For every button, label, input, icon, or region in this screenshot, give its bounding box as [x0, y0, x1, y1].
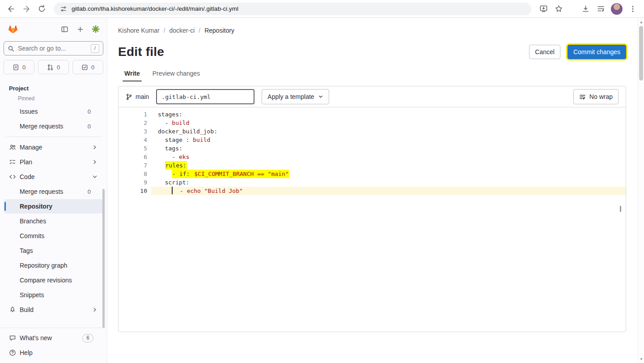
breadcrumb-item-repository[interactable]: Repository — [204, 27, 234, 34]
chevron-right-icon — [92, 159, 98, 165]
downloads-button[interactable] — [579, 2, 592, 16]
code-line-8[interactable]: 8 - if: $CI_COMMIT_BRANCH == "main" — [119, 170, 626, 178]
commit-changes-button[interactable]: Commit changes — [568, 45, 626, 59]
branch-icon — [126, 94, 132, 100]
code-line-6[interactable]: 6 - eks — [119, 153, 626, 161]
install-app-button[interactable] — [537, 2, 550, 16]
create-new-button[interactable] — [74, 23, 86, 35]
code-token — [158, 171, 172, 177]
page-scrollbar[interactable]: ▲ ▼ — [638, 18, 644, 363]
sidebar-item-code[interactable]: Code — [4, 170, 103, 184]
item-count-badge: 0 — [88, 188, 91, 195]
main-content: Kishore Kumar/docker-ci/Repository Edit … — [107, 18, 644, 363]
sidebar-item-compare-revisions[interactable]: Compare revisions — [4, 273, 103, 287]
scroll-down-arrow[interactable]: ▼ — [638, 356, 644, 362]
sidebar-item-repository[interactable]: Repository — [4, 199, 103, 214]
code-line-4[interactable]: 4 stage : build — [119, 136, 626, 144]
help-item[interactable]: Help — [4, 346, 103, 360]
code-line-9[interactable]: 9 script: — [119, 178, 626, 187]
rocket-icon — [9, 306, 16, 313]
browser-menu-button[interactable] — [626, 2, 640, 16]
sidebar-item-repository-graph[interactable]: Repository graph — [4, 258, 103, 273]
code-editor[interactable]: 1stages:2 - build3docker_build_job:4 sta… — [119, 107, 626, 332]
code-token: - — [158, 154, 179, 160]
address-bar[interactable]: gitlab.com/tha.kishorekumar/docker-ci/-/… — [54, 3, 531, 15]
line-content: stages: — [151, 110, 626, 119]
sidebar-item-manage[interactable]: Manage — [4, 140, 103, 154]
line-content: tags: — [151, 144, 626, 153]
merge-request-icon — [47, 64, 54, 71]
site-settings-icon[interactable] — [60, 5, 67, 13]
sidebar-item-label: Tags — [20, 247, 33, 254]
code-line-1[interactable]: 1stages: — [119, 110, 626, 119]
gitlab-logo-icon[interactable] — [7, 23, 19, 35]
code-line-10[interactable]: 10 - echo "Build Job" — [119, 187, 626, 195]
soft-wrap-toggle-button[interactable]: No wrap — [573, 89, 619, 104]
users-icon — [9, 144, 16, 151]
breadcrumb-separator: / — [164, 27, 165, 34]
url-text[interactable]: gitlab.com/tha.kishorekumar/docker-ci/-/… — [72, 5, 238, 12]
issues-counter[interactable]: 0 — [4, 60, 34, 74]
breadcrumb-item-kishore-kumar[interactable]: Kishore Kumar — [118, 27, 160, 34]
line-content: - eks — [151, 153, 626, 161]
tab-write[interactable]: Write — [118, 66, 146, 81]
chevron-right-icon — [92, 307, 98, 313]
merge-requests-counter[interactable]: 0 — [38, 60, 69, 74]
sidebar-item-snippets[interactable]: Snippets — [4, 288, 103, 302]
cancel-button[interactable]: Cancel — [529, 45, 560, 59]
line-number: 3 — [119, 127, 147, 136]
file-editor: main Apply a template No wrap 1stages:2 … — [118, 86, 626, 332]
todos-counter[interactable]: 0 — [72, 60, 103, 74]
breadcrumb: Kishore Kumar/docker-ci/Repository — [118, 27, 626, 34]
scroll-up-arrow[interactable]: ▲ — [638, 19, 644, 25]
back-button[interactable] — [4, 2, 18, 16]
sidebar-item-label: Issues — [20, 108, 38, 115]
breadcrumb-item-docker-ci[interactable]: docker-ci — [169, 27, 195, 34]
apply-template-dropdown[interactable]: Apply a template — [262, 89, 329, 104]
code-line-2[interactable]: 2 - build — [119, 119, 626, 127]
search-placeholder: Search or go to... — [18, 45, 66, 52]
pinned-section-label[interactable]: Pinned — [0, 94, 107, 104]
code-line-3[interactable]: 3docker_build_job: — [119, 127, 626, 136]
sidebar-item-tags[interactable]: Tags — [4, 243, 103, 258]
reload-button[interactable] — [35, 2, 48, 16]
code-token: echo "Build Job" — [187, 188, 243, 194]
code-token: build — [193, 137, 210, 143]
page-scrollbar-thumb[interactable] — [639, 26, 643, 81]
sidebar-footer: What's new 6 Help — [0, 328, 107, 363]
sidebar-scrollbar-thumb[interactable] — [102, 189, 105, 328]
browser-profile-avatar[interactable] — [611, 3, 623, 15]
media-controls-button[interactable] — [594, 2, 607, 16]
collapse-sidebar-button[interactable] — [59, 23, 70, 35]
code-line-5[interactable]: 5 tags: — [119, 144, 626, 153]
bookmark-button[interactable] — [552, 2, 565, 16]
search-input[interactable]: Search or go to... / — [4, 41, 103, 56]
list-check-icon — [9, 158, 16, 166]
forward-button[interactable] — [20, 2, 33, 16]
sidebar-item-merge-requests[interactable]: Merge requests0 — [4, 119, 103, 133]
sidebar-item-merge-requests[interactable]: Merge requests0 — [4, 184, 103, 199]
highlighted-token: - if: — [172, 170, 194, 178]
chevron-down-icon — [92, 174, 98, 180]
project-flower-icon — [91, 24, 101, 34]
download-icon — [581, 4, 590, 13]
sidebar-item-label: Branches — [20, 218, 46, 225]
sidebar-menu: Pinned Issues0Merge requests0 Manage Pla… — [0, 93, 107, 328]
sidebar-item-build[interactable]: Build — [4, 303, 103, 317]
sidebar-item-issues[interactable]: Issues0 — [4, 104, 103, 119]
soft-wrap-label: No wrap — [589, 93, 613, 100]
tab-preview-changes[interactable]: Preview changes — [146, 66, 207, 81]
line-content: docker_build_job: — [151, 127, 626, 136]
whats-new-item[interactable]: What's new 6 — [4, 331, 103, 345]
code-token: script: — [158, 179, 189, 186]
project-avatar[interactable] — [90, 23, 102, 35]
sidebar-item-commits[interactable]: Commits — [4, 229, 103, 243]
back-icon — [7, 4, 16, 13]
sidebar-item-plan[interactable]: Plan — [4, 155, 103, 169]
kebab-menu-icon — [629, 5, 637, 13]
editor-tabs: Write Preview changes — [118, 66, 626, 81]
todos-icon — [81, 64, 88, 71]
filename-input[interactable] — [156, 89, 254, 104]
code-line-7[interactable]: 7 rules: — [119, 161, 626, 170]
sidebar-item-branches[interactable]: Branches — [4, 214, 103, 228]
